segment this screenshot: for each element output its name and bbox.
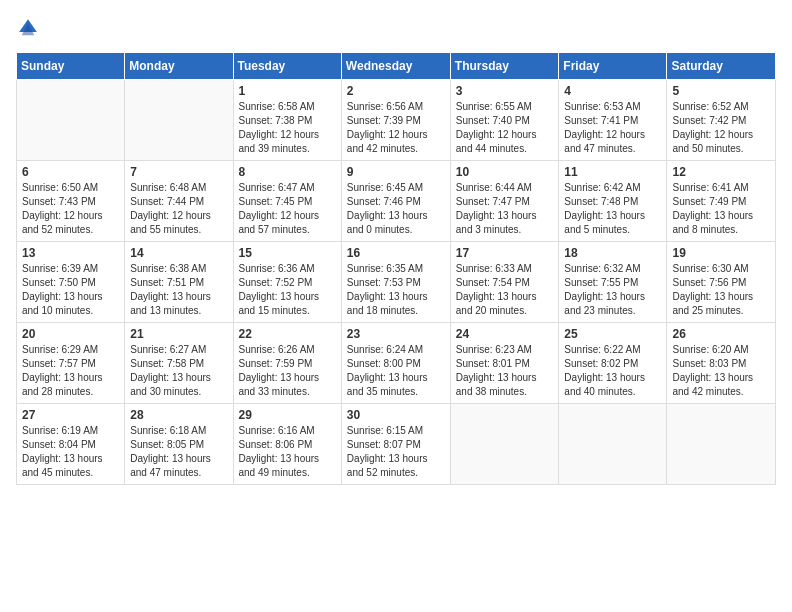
- calendar-cell: 5Sunrise: 6:52 AMSunset: 7:42 PMDaylight…: [667, 80, 776, 161]
- day-number: 25: [564, 327, 661, 341]
- day-number: 13: [22, 246, 119, 260]
- calendar-cell: 18Sunrise: 6:32 AMSunset: 7:55 PMDayligh…: [559, 242, 667, 323]
- calendar-cell: 26Sunrise: 6:20 AMSunset: 8:03 PMDayligh…: [667, 323, 776, 404]
- day-number: 7: [130, 165, 227, 179]
- calendar-header-monday: Monday: [125, 53, 233, 80]
- day-number: 8: [239, 165, 336, 179]
- page-header: [16, 16, 776, 40]
- day-info: Sunrise: 6:39 AMSunset: 7:50 PMDaylight:…: [22, 262, 119, 318]
- day-info: Sunrise: 6:50 AMSunset: 7:43 PMDaylight:…: [22, 181, 119, 237]
- logo: [16, 16, 44, 40]
- day-number: 16: [347, 246, 445, 260]
- day-info: Sunrise: 6:42 AMSunset: 7:48 PMDaylight:…: [564, 181, 661, 237]
- calendar-cell: 17Sunrise: 6:33 AMSunset: 7:54 PMDayligh…: [450, 242, 559, 323]
- calendar-cell: 24Sunrise: 6:23 AMSunset: 8:01 PMDayligh…: [450, 323, 559, 404]
- calendar-cell: 23Sunrise: 6:24 AMSunset: 8:00 PMDayligh…: [341, 323, 450, 404]
- day-number: 10: [456, 165, 554, 179]
- day-info: Sunrise: 6:18 AMSunset: 8:05 PMDaylight:…: [130, 424, 227, 480]
- calendar-cell: 15Sunrise: 6:36 AMSunset: 7:52 PMDayligh…: [233, 242, 341, 323]
- day-number: 9: [347, 165, 445, 179]
- calendar-cell: 25Sunrise: 6:22 AMSunset: 8:02 PMDayligh…: [559, 323, 667, 404]
- day-number: 20: [22, 327, 119, 341]
- day-info: Sunrise: 6:27 AMSunset: 7:58 PMDaylight:…: [130, 343, 227, 399]
- logo-icon: [16, 16, 40, 40]
- calendar-cell: 19Sunrise: 6:30 AMSunset: 7:56 PMDayligh…: [667, 242, 776, 323]
- calendar-cell: 29Sunrise: 6:16 AMSunset: 8:06 PMDayligh…: [233, 404, 341, 485]
- calendar-header-sunday: Sunday: [17, 53, 125, 80]
- day-number: 30: [347, 408, 445, 422]
- calendar-cell: [125, 80, 233, 161]
- calendar-cell: 28Sunrise: 6:18 AMSunset: 8:05 PMDayligh…: [125, 404, 233, 485]
- calendar-cell: [667, 404, 776, 485]
- day-info: Sunrise: 6:36 AMSunset: 7:52 PMDaylight:…: [239, 262, 336, 318]
- calendar-cell: 16Sunrise: 6:35 AMSunset: 7:53 PMDayligh…: [341, 242, 450, 323]
- day-number: 27: [22, 408, 119, 422]
- calendar-week-row: 1Sunrise: 6:58 AMSunset: 7:38 PMDaylight…: [17, 80, 776, 161]
- calendar-cell: 2Sunrise: 6:56 AMSunset: 7:39 PMDaylight…: [341, 80, 450, 161]
- calendar: SundayMondayTuesdayWednesdayThursdayFrid…: [16, 52, 776, 485]
- day-number: 15: [239, 246, 336, 260]
- calendar-cell: 14Sunrise: 6:38 AMSunset: 7:51 PMDayligh…: [125, 242, 233, 323]
- day-info: Sunrise: 6:19 AMSunset: 8:04 PMDaylight:…: [22, 424, 119, 480]
- calendar-header-tuesday: Tuesday: [233, 53, 341, 80]
- day-info: Sunrise: 6:53 AMSunset: 7:41 PMDaylight:…: [564, 100, 661, 156]
- day-info: Sunrise: 6:45 AMSunset: 7:46 PMDaylight:…: [347, 181, 445, 237]
- day-info: Sunrise: 6:20 AMSunset: 8:03 PMDaylight:…: [672, 343, 770, 399]
- calendar-header-friday: Friday: [559, 53, 667, 80]
- day-info: Sunrise: 6:26 AMSunset: 7:59 PMDaylight:…: [239, 343, 336, 399]
- day-info: Sunrise: 6:16 AMSunset: 8:06 PMDaylight:…: [239, 424, 336, 480]
- calendar-cell: 8Sunrise: 6:47 AMSunset: 7:45 PMDaylight…: [233, 161, 341, 242]
- day-number: 18: [564, 246, 661, 260]
- day-number: 5: [672, 84, 770, 98]
- day-number: 28: [130, 408, 227, 422]
- day-number: 2: [347, 84, 445, 98]
- calendar-week-row: 20Sunrise: 6:29 AMSunset: 7:57 PMDayligh…: [17, 323, 776, 404]
- calendar-cell: [17, 80, 125, 161]
- calendar-cell: 6Sunrise: 6:50 AMSunset: 7:43 PMDaylight…: [17, 161, 125, 242]
- day-info: Sunrise: 6:35 AMSunset: 7:53 PMDaylight:…: [347, 262, 445, 318]
- calendar-cell: 4Sunrise: 6:53 AMSunset: 7:41 PMDaylight…: [559, 80, 667, 161]
- calendar-cell: [450, 404, 559, 485]
- day-info: Sunrise: 6:56 AMSunset: 7:39 PMDaylight:…: [347, 100, 445, 156]
- day-number: 19: [672, 246, 770, 260]
- day-number: 21: [130, 327, 227, 341]
- day-info: Sunrise: 6:33 AMSunset: 7:54 PMDaylight:…: [456, 262, 554, 318]
- day-info: Sunrise: 6:58 AMSunset: 7:38 PMDaylight:…: [239, 100, 336, 156]
- calendar-cell: 27Sunrise: 6:19 AMSunset: 8:04 PMDayligh…: [17, 404, 125, 485]
- day-number: 1: [239, 84, 336, 98]
- calendar-cell: 3Sunrise: 6:55 AMSunset: 7:40 PMDaylight…: [450, 80, 559, 161]
- calendar-week-row: 13Sunrise: 6:39 AMSunset: 7:50 PMDayligh…: [17, 242, 776, 323]
- calendar-header-row: SundayMondayTuesdayWednesdayThursdayFrid…: [17, 53, 776, 80]
- day-info: Sunrise: 6:38 AMSunset: 7:51 PMDaylight:…: [130, 262, 227, 318]
- calendar-cell: 13Sunrise: 6:39 AMSunset: 7:50 PMDayligh…: [17, 242, 125, 323]
- day-info: Sunrise: 6:24 AMSunset: 8:00 PMDaylight:…: [347, 343, 445, 399]
- day-info: Sunrise: 6:30 AMSunset: 7:56 PMDaylight:…: [672, 262, 770, 318]
- calendar-cell: 1Sunrise: 6:58 AMSunset: 7:38 PMDaylight…: [233, 80, 341, 161]
- day-number: 4: [564, 84, 661, 98]
- calendar-cell: 10Sunrise: 6:44 AMSunset: 7:47 PMDayligh…: [450, 161, 559, 242]
- day-number: 24: [456, 327, 554, 341]
- day-info: Sunrise: 6:44 AMSunset: 7:47 PMDaylight:…: [456, 181, 554, 237]
- calendar-cell: 20Sunrise: 6:29 AMSunset: 7:57 PMDayligh…: [17, 323, 125, 404]
- day-number: 26: [672, 327, 770, 341]
- day-info: Sunrise: 6:55 AMSunset: 7:40 PMDaylight:…: [456, 100, 554, 156]
- day-number: 14: [130, 246, 227, 260]
- calendar-header-thursday: Thursday: [450, 53, 559, 80]
- day-info: Sunrise: 6:22 AMSunset: 8:02 PMDaylight:…: [564, 343, 661, 399]
- calendar-cell: 9Sunrise: 6:45 AMSunset: 7:46 PMDaylight…: [341, 161, 450, 242]
- day-number: 3: [456, 84, 554, 98]
- day-number: 6: [22, 165, 119, 179]
- calendar-cell: 22Sunrise: 6:26 AMSunset: 7:59 PMDayligh…: [233, 323, 341, 404]
- calendar-cell: 12Sunrise: 6:41 AMSunset: 7:49 PMDayligh…: [667, 161, 776, 242]
- day-info: Sunrise: 6:15 AMSunset: 8:07 PMDaylight:…: [347, 424, 445, 480]
- day-info: Sunrise: 6:48 AMSunset: 7:44 PMDaylight:…: [130, 181, 227, 237]
- day-number: 29: [239, 408, 336, 422]
- calendar-header-saturday: Saturday: [667, 53, 776, 80]
- calendar-cell: 30Sunrise: 6:15 AMSunset: 8:07 PMDayligh…: [341, 404, 450, 485]
- calendar-week-row: 6Sunrise: 6:50 AMSunset: 7:43 PMDaylight…: [17, 161, 776, 242]
- day-number: 12: [672, 165, 770, 179]
- calendar-cell: [559, 404, 667, 485]
- calendar-cell: 11Sunrise: 6:42 AMSunset: 7:48 PMDayligh…: [559, 161, 667, 242]
- calendar-week-row: 27Sunrise: 6:19 AMSunset: 8:04 PMDayligh…: [17, 404, 776, 485]
- day-info: Sunrise: 6:23 AMSunset: 8:01 PMDaylight:…: [456, 343, 554, 399]
